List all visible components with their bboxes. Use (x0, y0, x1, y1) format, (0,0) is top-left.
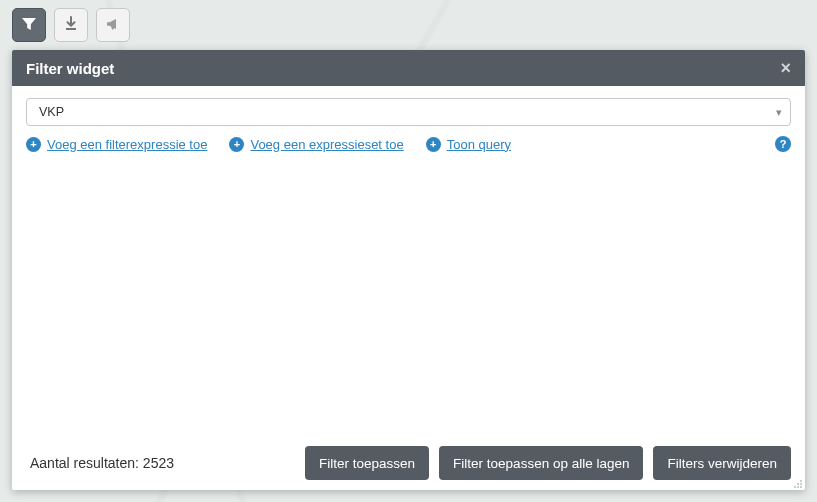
add-filter-expression-link[interactable]: + Voeg een filterexpressie toe (26, 137, 207, 152)
layer-select-value: VKP (39, 105, 64, 119)
results-prefix: Aantal resultaten: (30, 455, 143, 471)
svg-point-4 (794, 486, 796, 488)
layer-select[interactable]: VKP ▾ (26, 98, 791, 126)
close-icon[interactable]: × (780, 59, 791, 77)
apply-filter-all-layers-button[interactable]: Filter toepassen op alle lagen (439, 446, 643, 480)
chevron-down-icon: ▾ (776, 106, 782, 119)
top-toolbar (12, 8, 130, 42)
plus-icon: + (26, 137, 41, 152)
svg-point-6 (800, 486, 802, 488)
results-count: Aantal resultaten: 2523 (30, 455, 174, 471)
svg-point-3 (800, 483, 802, 485)
add-expression-set-label: Voeg een expressieset toe (250, 137, 403, 152)
show-query-label: Toon query (447, 137, 511, 152)
svg-point-5 (797, 486, 799, 488)
plus-icon: + (229, 137, 244, 152)
svg-point-1 (800, 480, 802, 482)
megaphone-icon (105, 16, 121, 35)
download-icon (63, 16, 79, 35)
apply-filter-button[interactable]: Filter toepassen (305, 446, 429, 480)
help-icon[interactable]: ? (775, 136, 791, 152)
panel-title: Filter widget (26, 60, 114, 77)
funnel-icon (21, 16, 37, 35)
svg-rect-0 (66, 28, 76, 30)
filter-action-links: + Voeg een filterexpressie toe + Voeg ee… (26, 136, 791, 152)
panel-header[interactable]: Filter widget × (12, 50, 805, 86)
add-expression-set-link[interactable]: + Voeg een expressieset toe (229, 137, 403, 152)
resize-grip-icon[interactable] (791, 477, 803, 489)
download-tool-button[interactable] (54, 8, 88, 42)
show-query-link[interactable]: + Toon query (426, 137, 511, 152)
svg-point-2 (797, 483, 799, 485)
add-filter-expression-label: Voeg een filterexpressie toe (47, 137, 207, 152)
filter-canvas (26, 152, 791, 446)
panel-body: VKP ▾ + Voeg een filterexpressie toe + V… (12, 86, 805, 490)
filter-tool-button[interactable] (12, 8, 46, 42)
filter-widget-panel: Filter widget × VKP ▾ + Voeg een filtere… (12, 50, 805, 490)
panel-footer: Aantal resultaten: 2523 Filter toepassen… (26, 446, 791, 480)
plus-icon: + (426, 137, 441, 152)
announce-tool-button[interactable] (96, 8, 130, 42)
results-value: 2523 (143, 455, 174, 471)
clear-filters-button[interactable]: Filters verwijderen (653, 446, 791, 480)
